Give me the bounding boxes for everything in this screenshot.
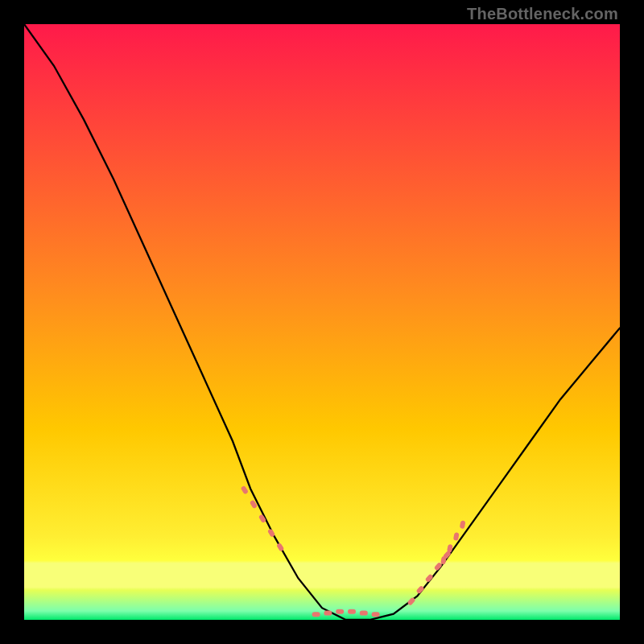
data-marker [372,612,380,617]
data-marker [336,609,344,614]
data-marker [348,609,356,614]
watermark-text: TheBottleneck.com [467,5,618,23]
bottleneck-curve-chart [24,24,620,620]
plot-area [24,24,620,620]
data-marker [312,612,320,617]
data-marker [324,611,332,616]
gradient-background [24,24,620,620]
chart-frame: TheBottleneck.com [0,0,644,644]
data-marker [360,611,368,616]
